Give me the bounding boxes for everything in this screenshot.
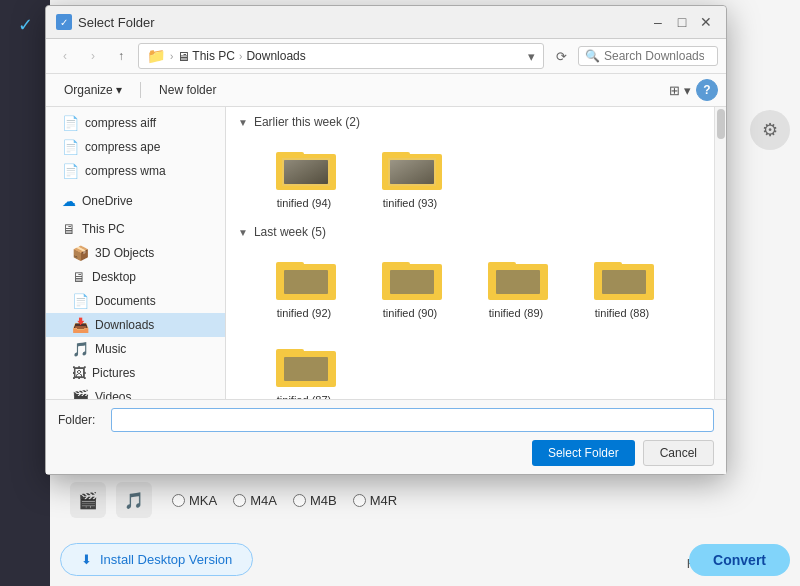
- 3d-objects-icon: 📦: [72, 245, 89, 261]
- sidebar-item-compress-aiff[interactable]: 📄 compress aiff: [46, 111, 225, 135]
- titlebar-controls: – □ ✕: [648, 12, 716, 32]
- view-button[interactable]: ⊞ ▾: [668, 78, 692, 102]
- file-dialog: ✓ Select Folder – □ ✕ ‹ › ↑ 📁 › 🖥 Earlie…: [45, 5, 727, 475]
- up-button[interactable]: ↑: [110, 45, 132, 67]
- sidebar-item-documents[interactable]: 📄 Documents: [46, 289, 225, 313]
- format-m4b[interactable]: M4B: [293, 493, 337, 508]
- dialog-body: 📄 compress aiff 📄 compress ape 📄 compres…: [46, 107, 726, 399]
- sidebar-item-videos[interactable]: 🎬 Videos: [46, 385, 225, 399]
- mka-radio[interactable]: [172, 494, 185, 507]
- select-folder-button[interactable]: Select Folder: [532, 440, 635, 466]
- cancel-button[interactable]: Cancel: [643, 440, 714, 466]
- path-dropdown-button[interactable]: ▾: [528, 49, 535, 64]
- sidebar-item-music[interactable]: 🎵 Music: [46, 337, 225, 361]
- path-downloads: Downloads: [246, 49, 305, 63]
- folder-tinified-94[interactable]: tinified (94): [254, 137, 354, 217]
- format-mka[interactable]: MKA: [172, 493, 217, 508]
- videos-label: Videos: [95, 390, 131, 399]
- folder-label: Folder:: [58, 413, 103, 427]
- sidebar-icon-main[interactable]: ✓: [0, 0, 50, 50]
- compress-aiff-label: compress aiff: [85, 116, 156, 130]
- svg-rect-17: [488, 262, 516, 268]
- organize-arrow: ▾: [116, 83, 122, 97]
- folder-thumb-87: [274, 341, 334, 389]
- help-label: ?: [703, 83, 710, 97]
- group-header-earlier-this-week: ▼ Earlier this week (2): [238, 115, 702, 131]
- m4r-radio[interactable]: [353, 494, 366, 507]
- back-button[interactable]: ‹: [54, 45, 76, 67]
- svg-rect-11: [276, 262, 304, 268]
- format-m4r[interactable]: M4R: [353, 493, 397, 508]
- sidebar-item-3d-objects[interactable]: 📦 3D Objects: [46, 241, 225, 265]
- videos-icon: 🎬: [72, 389, 89, 399]
- address-path[interactable]: 📁 › 🖥 Earlier this week (2) This PC › Do…: [138, 43, 544, 69]
- m4a-label: M4A: [250, 493, 277, 508]
- folder-tinified-89[interactable]: tinified (89): [466, 247, 566, 327]
- dialog-sidebar: 📄 compress aiff 📄 compress ape 📄 compres…: [46, 107, 226, 399]
- music-icon: 🎵: [72, 341, 89, 357]
- 3d-objects-label: 3D Objects: [95, 246, 154, 260]
- organize-button[interactable]: Organize ▾: [54, 80, 132, 100]
- app-check-icon: ✓: [60, 17, 68, 28]
- compress-ape-label: compress ape: [85, 140, 160, 154]
- sidebar-item-desktop[interactable]: 🖥 Desktop: [46, 265, 225, 289]
- search-input[interactable]: [604, 49, 704, 63]
- desktop-label: Desktop: [92, 270, 136, 284]
- sidebar-item-compress-ape[interactable]: 📄 compress ape: [46, 135, 225, 159]
- dialog-addressbar: ‹ › ↑ 📁 › 🖥 Earlier this week (2) This P…: [46, 39, 726, 74]
- folder-grid-2: tinified (92) tinified (90): [238, 247, 702, 399]
- folder-tinified-92[interactable]: tinified (92): [254, 247, 354, 327]
- dialog-title: Select Folder: [78, 15, 155, 30]
- titlebar-left: ✓ Select Folder: [56, 14, 155, 30]
- dialog-titlebar: ✓ Select Folder – □ ✕: [46, 6, 726, 39]
- folder-input[interactable]: [111, 408, 714, 432]
- svg-rect-24: [284, 357, 328, 381]
- content-scrollbar[interactable]: [714, 107, 726, 399]
- music-label: Music: [95, 342, 126, 356]
- install-button[interactable]: ⬇ Install Desktop Version: [60, 543, 253, 576]
- organize-label: Organize: [64, 83, 113, 97]
- sidebar-item-this-pc[interactable]: 🖥 This PC: [46, 217, 225, 241]
- cancel-label: Cancel: [660, 446, 697, 460]
- group-arrow-2: ▼: [238, 227, 248, 238]
- sidebar-item-downloads[interactable]: 📥 Downloads: [46, 313, 225, 337]
- dialog-toolbar: Organize ▾ New folder ⊞ ▾ ?: [46, 74, 726, 107]
- documents-label: Documents: [95, 294, 156, 308]
- folder-thumb-94: [274, 144, 334, 192]
- folder-svg-93: [380, 144, 444, 194]
- svg-rect-20: [594, 262, 622, 268]
- settings-button[interactable]: ⚙: [750, 110, 790, 150]
- close-button[interactable]: ✕: [696, 12, 716, 32]
- folder-tinified-87[interactable]: tinified (87): [254, 334, 354, 399]
- search-box: 🔍: [578, 46, 718, 66]
- new-folder-label: New folder: [159, 83, 216, 97]
- new-folder-button[interactable]: New folder: [149, 80, 226, 100]
- m4b-label: M4B: [310, 493, 337, 508]
- svg-rect-18: [496, 270, 540, 294]
- sidebar-item-onedrive[interactable]: ☁ OneDrive: [46, 189, 225, 213]
- sidebar-item-pictures[interactable]: 🖼 Pictures: [46, 361, 225, 385]
- svg-rect-14: [382, 262, 410, 268]
- this-pc-label: This PC: [82, 222, 125, 236]
- maximize-button[interactable]: □: [672, 12, 692, 32]
- downloads-label: Downloads: [95, 318, 154, 332]
- m4b-radio[interactable]: [293, 494, 306, 507]
- convert-label: Convert: [713, 552, 766, 568]
- folder-tinified-90[interactable]: tinified (90): [360, 247, 460, 327]
- convert-button[interactable]: Convert: [689, 544, 790, 576]
- folder-tinified-88[interactable]: tinified (88): [572, 247, 672, 327]
- format-m4a[interactable]: M4A: [233, 493, 277, 508]
- help-button[interactable]: ?: [696, 79, 718, 101]
- m4a-radio[interactable]: [233, 494, 246, 507]
- format-bar: 🎬 🎵 MKA M4A M4B M4R: [50, 474, 800, 526]
- forward-button[interactable]: ›: [82, 45, 104, 67]
- onedrive-icon: ☁: [62, 193, 76, 209]
- folder-grid-1: tinified (94): [238, 137, 702, 217]
- sidebar-item-compress-wma[interactable]: 📄 compress wma: [46, 159, 225, 183]
- folder-tinified-93[interactable]: tinified (93): [360, 137, 460, 217]
- minimize-button[interactable]: –: [648, 12, 668, 32]
- audio-icon: 🎵: [116, 482, 152, 518]
- folder-name-92: tinified (92): [277, 306, 331, 320]
- refresh-button[interactable]: ⟳: [550, 45, 572, 67]
- group-header-last-week: ▼ Last week (5): [238, 225, 702, 241]
